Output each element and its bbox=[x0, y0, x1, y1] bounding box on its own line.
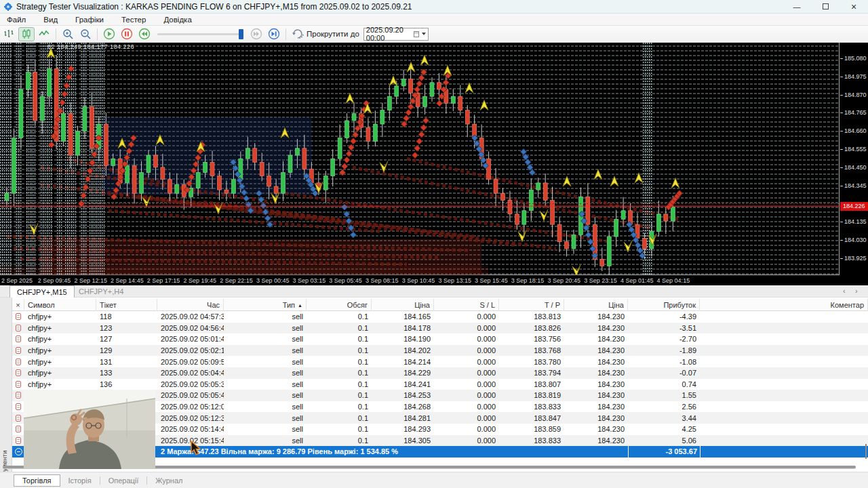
tab-scroll-left-icon[interactable]: ‹ bbox=[843, 287, 846, 295]
table-row-5[interactable]: chfjpy+1332025.09.02 05:04:44sell0.1184.… bbox=[12, 367, 868, 379]
play-button[interactable] bbox=[101, 27, 117, 41]
minimize-icon: — bbox=[793, 3, 801, 11]
menu-item-1[interactable]: Вид bbox=[43, 16, 58, 24]
column-header-10[interactable]: Коментар bbox=[700, 299, 868, 311]
line-chart-button[interactable] bbox=[36, 27, 52, 41]
candlestick-chart-button[interactable] bbox=[18, 27, 35, 41]
fast-forward-button[interactable] bbox=[248, 27, 264, 41]
table-cell: sell bbox=[224, 335, 307, 343]
column-header-4[interactable]: Обсяг bbox=[307, 299, 372, 311]
zoom-in-button[interactable] bbox=[60, 27, 76, 41]
toolbox-tab-1[interactable]: Історія bbox=[60, 475, 100, 486]
rewind-button[interactable] bbox=[136, 27, 153, 41]
minimize-button[interactable]: — bbox=[783, 0, 811, 14]
close-button[interactable]: × bbox=[840, 0, 868, 14]
ohlc-info: 82 184.249 184.177 184.226 bbox=[47, 43, 134, 50]
table-row-4[interactable]: chfjpy+1312025.09.02 05:09:59sell0.1184.… bbox=[12, 356, 868, 367]
column-header-0[interactable]: Символ bbox=[24, 299, 96, 311]
menu-item-4[interactable]: Довідка bbox=[163, 16, 191, 24]
scroll-to-date-input[interactable]: 2025.09.20 00:00 bbox=[363, 28, 429, 41]
table-cell: 183.807 bbox=[499, 380, 564, 388]
table-cell: 0.000 bbox=[434, 369, 499, 377]
price-tick bbox=[840, 167, 843, 168]
table-cell: 2025.09.02 05:14:42 bbox=[157, 425, 224, 433]
table-cell: 2025.09.02 05:09:59 bbox=[157, 358, 224, 366]
column-header-3[interactable]: Тип▲ bbox=[224, 299, 307, 311]
pause-button[interactable] bbox=[119, 27, 135, 41]
column-header-9[interactable]: Прибуток bbox=[628, 299, 700, 311]
table-row-3[interactable]: chfjpy+1292025.09.02 05:02:16sell0.1184.… bbox=[12, 345, 868, 357]
table-cell: 2025.09.02 05:12:00 bbox=[157, 403, 224, 411]
tab-scroll-right-icon[interactable]: › bbox=[855, 287, 858, 295]
menu-item-3[interactable]: Тестер bbox=[121, 16, 146, 24]
table-cell: 127 bbox=[96, 335, 157, 343]
table-cell: 0.000 bbox=[434, 346, 499, 354]
toolbar-separator bbox=[56, 28, 56, 40]
zoom-out-button[interactable] bbox=[77, 27, 94, 41]
skip-to-end-button[interactable] bbox=[266, 27, 282, 41]
date-dropdown-arrow[interactable] bbox=[422, 33, 426, 35]
tab-chfjpy-h4[interactable]: CHFJPY+,H4 bbox=[72, 285, 130, 298]
column-header-6[interactable]: S / L bbox=[434, 299, 499, 311]
order-icon-cell bbox=[12, 313, 24, 320]
order-icon-cell bbox=[12, 369, 24, 376]
column-header-8[interactable]: Ціна bbox=[564, 299, 628, 311]
summary-separator bbox=[700, 446, 701, 458]
price-label: 184.765 bbox=[844, 109, 867, 116]
table-cell: 133 bbox=[96, 369, 157, 377]
table-cell: 184.230 bbox=[564, 324, 628, 332]
table-cell: 184.229 bbox=[372, 369, 434, 377]
toolbox-tab-0[interactable]: Торгівля bbox=[14, 474, 60, 487]
table-row-0[interactable]: chfjpy+1182025.09.02 04:57:36sell0.1184.… bbox=[12, 311, 868, 323]
menu-item-2[interactable]: Графіки bbox=[75, 16, 104, 24]
tab-chfjpy-m15[interactable]: CHFJPY+,M15 bbox=[9, 285, 75, 298]
price-axis[interactable]: 184.226 185.080184.975184.870184.765184.… bbox=[840, 43, 868, 275]
table-cell: 2025.09.02 05:01:41 bbox=[157, 335, 224, 343]
order-icon-cell bbox=[12, 392, 24, 399]
toolbox-tab-2[interactable]: Операції bbox=[100, 475, 147, 486]
table-row-6[interactable]: chfjpy+1362025.09.02 05:05:32sell0.1184.… bbox=[12, 379, 868, 390]
order-icon-cell bbox=[12, 426, 24, 432]
table-cell: 1.55 bbox=[628, 391, 700, 399]
column-header-2[interactable]: Час bbox=[157, 299, 224, 311]
skip-to-end-icon bbox=[268, 28, 280, 40]
table-cell: 184.241 bbox=[372, 380, 434, 388]
table-cell: 184.305 bbox=[372, 436, 434, 445]
scroll-to-label: Прокрутити до bbox=[307, 30, 359, 38]
current-price-tag: 184.226 bbox=[840, 202, 868, 211]
table-cell: sell bbox=[224, 380, 307, 388]
column-header-5[interactable]: Ціна bbox=[372, 299, 434, 311]
slider-handle[interactable] bbox=[239, 29, 243, 39]
toolbox-tab-3[interactable]: Журнал bbox=[147, 475, 191, 486]
order-icon-cell bbox=[12, 336, 24, 342]
column-header-7[interactable]: T / P bbox=[499, 299, 564, 311]
table-vertical-scrollbar[interactable] bbox=[865, 444, 867, 459]
time-label: 3 Sep 05:45 bbox=[329, 277, 362, 284]
calendar-icon[interactable] bbox=[414, 31, 419, 37]
price-tick bbox=[840, 131, 843, 131]
sell-order-icon bbox=[16, 392, 21, 399]
close-table-button[interactable]: × bbox=[12, 299, 24, 311]
column-header-label: Обсяг bbox=[347, 301, 368, 309]
table-cell: 183.819 bbox=[499, 391, 564, 399]
table-cell: 183.794 bbox=[499, 369, 564, 377]
menu-item-0[interactable]: Файл bbox=[7, 16, 26, 24]
bar-chart-button[interactable] bbox=[1, 27, 17, 41]
time-label: 3 Sep 00:45 bbox=[256, 277, 290, 284]
table-row-1[interactable]: chfjpy+1232025.09.02 04:56:42sell0.1184.… bbox=[12, 323, 868, 334]
speed-slider[interactable] bbox=[157, 27, 243, 41]
order-icon-cell bbox=[12, 381, 24, 388]
chart-plot[interactable]: 82 184.249 184.177 184.226 bbox=[0, 43, 840, 275]
table-cell: sell bbox=[224, 436, 307, 445]
line-chart-icon bbox=[39, 28, 50, 39]
table-cell: -4.39 bbox=[628, 312, 700, 321]
table-row-2[interactable]: chfjpy+1272025.09.02 05:01:41sell0.1184.… bbox=[12, 333, 868, 345]
table-cell: chfjpy+ bbox=[24, 335, 96, 343]
table-cell: sell bbox=[224, 414, 307, 422]
scroll-to-date-value: 2025.09.20 00:00 bbox=[366, 26, 414, 42]
price-label: 184.450 bbox=[844, 164, 867, 171]
time-label: 3 Sep 20:45 bbox=[548, 277, 581, 284]
maximize-button[interactable] bbox=[811, 0, 840, 14]
column-header-1[interactable]: Тікет bbox=[96, 299, 157, 311]
time-axis[interactable]: 2 Sep 20252 Sep 09:452 Sep 12:152 Sep 14… bbox=[0, 275, 868, 285]
